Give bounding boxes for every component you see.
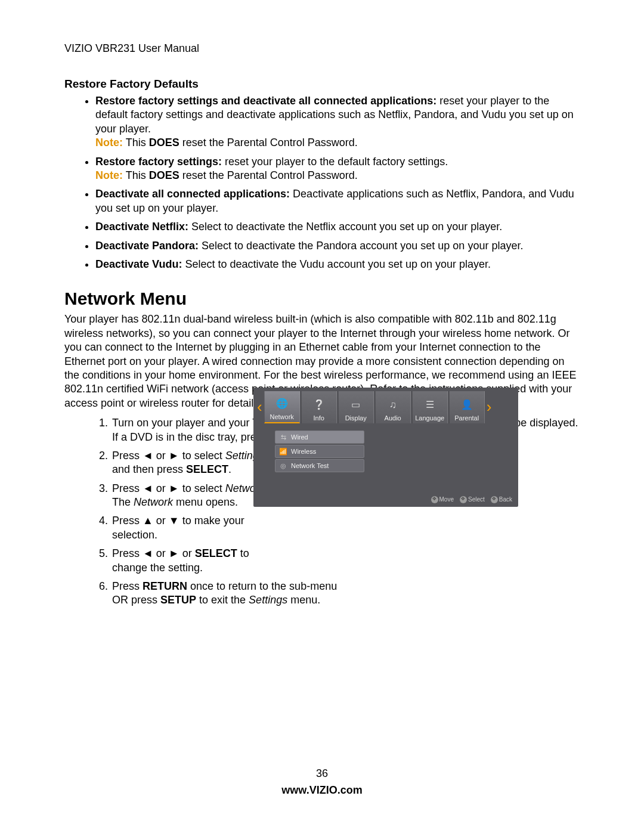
step-text: Press [112,580,143,592]
note-text-a: This [123,137,149,148]
music-icon: ♫ [386,398,400,413]
hint-back: ✥Back [491,496,512,503]
language-icon: ☰ [423,398,437,413]
emph: Settings [249,594,287,606]
question-icon: ❔ [312,398,326,413]
note-text-b: reset the Parental Control Password. [179,137,358,148]
arrow-right-icon: › [485,397,493,417]
tab-label: Parental [454,414,479,422]
tab-network: 🌐 Network [264,391,300,423]
tab-parental: 👤 Parental [449,391,485,423]
settings-menu-figure: ‹ 🌐 Network ❔ Info ▭ Display ♫ Audio ☰ L… [253,388,518,507]
subrow-wireless: 📶 Wireless [275,445,364,458]
document-header: VIZIO VBR231 User Manual [64,42,580,55]
settings-tabs: ‹ 🌐 Network ❔ Info ▭ Display ♫ Audio ☰ L… [253,388,518,427]
list-item: Press ◄ or ► or SELECT to change the set… [111,547,279,575]
tab-info: ❔ Info [301,391,337,423]
item-text: Select to deactivate the Vudu account yo… [182,258,491,270]
hint-label: Select [468,496,485,503]
list-item: Deactivate Vudu: Select to deactivate th… [95,258,580,271]
list-item: Press RETURN once to return to the sub-m… [111,580,351,608]
item-bold: Deactivate Netflix: [95,221,188,233]
item-text: Select to deactivate the Pandora account… [199,240,523,252]
page-number: 36 [0,767,644,781]
tab-label: Info [313,414,324,422]
subrow-wired: ⇆ Wired [275,431,364,444]
emph-bold: SELECT [186,463,228,475]
footer-hints: ✥Move ✥Select ✥Back [431,496,512,503]
dpad-icon: ✥ [460,496,467,503]
step-text: . [228,463,231,475]
tab-label: Language [415,414,444,422]
network-submenu: ⇆ Wired 📶 Wireless ◎ Network Test [275,431,364,472]
list-item: Restore factory settings: reset your pla… [95,155,580,183]
step-text: Press ◄ or ► to select [112,450,225,462]
list-item: Press ▲ or ▼ to make your selection. [111,514,279,542]
globe-icon: 🌐 [275,397,289,411]
subrow-label: Wired [291,433,308,441]
item-bold: Deactivate Vudu: [95,258,182,270]
step-text: to exit the [196,594,249,606]
item-bold: Restore factory settings: [95,156,222,168]
list-item: Restore factory settings and deactivate … [95,94,580,150]
footer-url: www.VIZIO.com [0,784,644,797]
subrow-network-test: ◎ Network Test [275,459,364,472]
note-label: Note: [95,137,123,148]
item-text: Select to deactivate the Netflix account… [188,221,502,233]
emph-bold: RETURN [143,580,187,592]
restore-bullets: Restore factory settings and deactivate … [64,94,580,271]
arrow-left-icon: ‹ [256,397,264,417]
test-icon: ◎ [278,462,289,470]
display-icon: ▭ [349,398,363,413]
hint-label: Back [499,496,512,503]
emph-bold: SELECT [195,547,237,559]
note-label: Note: [95,169,123,181]
item-bold: Deactivate all connected applications: [95,188,290,200]
section-title-network: Network Menu [64,287,580,310]
person-icon: 👤 [460,398,474,413]
step-text: and then press [112,463,186,475]
tab-label: Audio [385,414,401,422]
step-text: Press ◄ or ► or [112,547,195,559]
emph-bold: SETUP [160,594,196,606]
hint-move: ✥Move [431,496,454,503]
list-item: Deactivate Pandora: Select to deactivate… [95,239,580,253]
item-bold: Restore factory settings and deactivate … [95,95,436,107]
dpad-icon: ✥ [491,496,498,503]
dpad-icon: ✥ [431,496,438,503]
section-title-restore: Restore Factory Defaults [64,77,580,92]
page-footer: 36 www.VIZIO.com [0,767,644,797]
tab-label: Network [270,413,294,421]
step-text: menu opens. [173,496,238,508]
step-text: Press ◄ or ► to select [112,482,225,494]
tab-label: Display [345,414,367,422]
note-does: DOES [149,137,179,148]
note-text-b: reset the Parental Control Password. [179,169,358,181]
step-text: menu. [287,594,320,606]
note-does: DOES [149,169,179,181]
list-item: Deactivate Netflix: Select to deactivate… [95,220,580,234]
tab-display: ▭ Display [338,391,374,423]
list-item: Deactivate all connected applications: D… [95,187,580,215]
subrow-label: Network Test [291,462,329,470]
tab-language: ☰ Language [412,391,448,423]
subrow-label: Wireless [291,447,316,456]
wifi-icon: 📶 [278,447,289,456]
tab-audio: ♫ Audio [375,391,411,423]
emph: Network [134,496,173,508]
note-text-a: This [123,169,149,181]
step-text: Press ▲ or ▼ to make your selection. [112,515,244,540]
item-bold: Deactivate Pandora: [95,240,199,252]
wired-icon: ⇆ [278,433,289,441]
item-text: reset your player to the default factory… [222,156,448,168]
hint-select: ✥Select [460,496,485,503]
hint-label: Move [439,496,454,503]
